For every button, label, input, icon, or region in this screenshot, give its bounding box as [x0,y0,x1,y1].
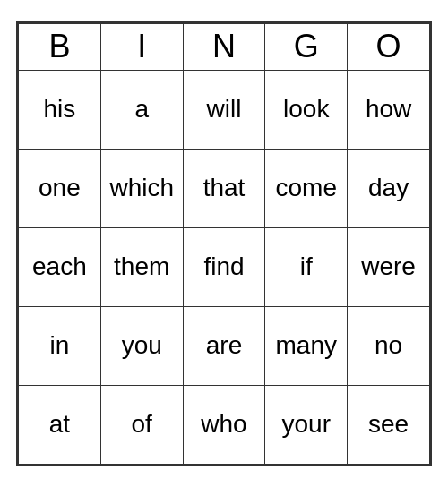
list-item: your [265,385,348,464]
list-item: see [348,385,430,464]
table-row: onewhichthatcomeday [19,149,430,227]
list-item: in [19,306,101,385]
list-item: look [265,70,348,149]
header-row: B I N G O [19,23,430,70]
header-i: I [100,23,183,70]
header-o: O [348,23,430,70]
list-item: were [348,227,430,306]
list-item: no [348,306,430,385]
table-row: eachthemfindifwere [19,227,430,306]
list-item: you [100,306,183,385]
header-g: G [265,23,348,70]
list-item: many [265,306,348,385]
list-item: of [100,385,183,464]
bingo-table: B I N G O hisawilllookhowonewhichthatcom… [18,23,430,465]
list-item: day [348,149,430,227]
list-item: each [19,227,101,306]
list-item: are [183,306,265,385]
list-item: find [183,227,265,306]
table-row: hisawilllookhow [19,70,430,149]
header-b: B [19,23,101,70]
bingo-card: B I N G O hisawilllookhowonewhichthatcom… [16,21,432,466]
list-item: come [265,149,348,227]
list-item: at [19,385,101,464]
list-item: how [348,70,430,149]
table-row: atofwhoyoursee [19,385,430,464]
list-item: one [19,149,101,227]
list-item: will [183,70,265,149]
table-row: inyouaremanyno [19,306,430,385]
list-item: his [19,70,101,149]
list-item: which [100,149,183,227]
header-n: N [183,23,265,70]
list-item: who [183,385,265,464]
list-item: that [183,149,265,227]
list-item: if [265,227,348,306]
list-item: a [100,70,183,149]
list-item: them [100,227,183,306]
